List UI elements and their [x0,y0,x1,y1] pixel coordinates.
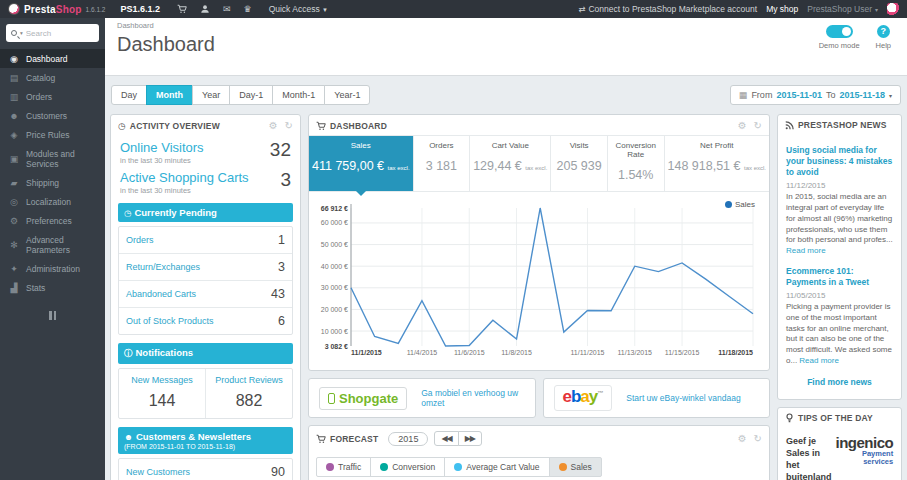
forecast-legend-sales[interactable]: Sales [549,457,602,477]
read-more-link[interactable]: Read more [786,246,826,255]
product-reviews-link[interactable]: Product Reviews [208,375,290,385]
chevron-down-icon: ▾ [889,92,892,99]
settings-gear-icon[interactable]: ⚙ [738,120,747,131]
kpi-net-profit[interactable]: Net Profit 148 918,51 € tax excl. [664,136,770,191]
sidebar-search[interactable]: ▾ [6,24,99,42]
range-day-1-button[interactable]: Day-1 [229,85,273,105]
forecast-legend-conversion[interactable]: Conversion [370,457,445,477]
messages-icon[interactable]: ✉ [223,4,231,14]
settings-gear-icon[interactable]: ⚙ [269,120,278,131]
user-avatar[interactable] [887,3,899,15]
svg-text:11/11/2015: 11/11/2015 [570,349,604,356]
kpi-visits[interactable]: Visits 205 939 [550,136,607,191]
sidebar-item-dashboard[interactable]: ◉Dashboard [0,49,105,68]
sidebar-item-modules[interactable]: ▣Modules and Services [0,144,105,173]
svg-text:11/6/2015: 11/6/2015 [454,349,485,356]
breadcrumb: Dashboard [117,21,895,30]
sidebar-item-administration[interactable]: ✦Administration [0,259,105,278]
calendar-icon: ▦ [739,90,748,100]
settings-gear-icon[interactable]: ⚙ [738,433,747,444]
sidebar-item-catalog[interactable]: ▤Catalog [0,68,105,87]
svg-text:11/13/2015: 11/13/2015 [618,349,653,356]
sidebar-collapse-button[interactable] [47,311,59,320]
tips-of-the-day-panel: TIPS OF THE DAY Geef je Sales in het bui… [777,407,902,480]
shipping-icon: ▰ [9,178,19,188]
search-icon [11,30,17,36]
search-scope-caret-icon[interactable]: ▾ [20,30,23,36]
help-icon[interactable]: ? [877,25,890,38]
ebay-logo: ebay™ [554,385,613,411]
cart-icon [316,434,326,444]
page-header: Dashboard Dashboard Demo mode ? Help [105,18,907,76]
refresh-icon[interactable]: ↻ [754,433,762,444]
kpi-row: Sales 411 759,00 € tax excl. Orders 3 18… [309,135,769,192]
my-shop-link[interactable]: My shop [766,4,798,14]
tips-headline: Geef je Sales in het buitenland een Boos… [786,435,831,480]
customer-icon[interactable] [200,4,210,14]
prestashop-logo[interactable]: PrestaShop 1.6.1.2 [8,3,105,15]
forecast-legend-traffic[interactable]: Traffic [316,457,371,477]
range-month-button[interactable]: Month [146,85,193,105]
sidebar-item-stats[interactable]: ▟Stats [0,278,105,297]
forecast-legend-average-cart-value[interactable]: Average Cart Value [444,457,549,477]
range-year-button[interactable]: Year [192,85,230,105]
svg-text:60 000 €: 60 000 € [321,219,348,226]
sidebar: ▾ ◉Dashboard ▤Catalog ▥Orders ☻Customers… [0,18,105,480]
cart-icon[interactable] [177,4,187,14]
range-year-1-button[interactable]: Year-1 [324,85,370,105]
sidebar-item-price-rules[interactable]: ◈Price Rules [0,125,105,144]
kpi-cart-value[interactable]: Cart Value 129,44 € tax excl. [469,136,550,191]
shopgate-banner[interactable]: Shopgate Ga mobiel en verhoog uw omzet [308,378,536,418]
active-carts-stat: Active Shopping Carts in the last 30 min… [118,165,293,195]
refresh-icon[interactable]: ↻ [285,120,293,131]
find-more-news-link[interactable]: Find more news [786,377,893,387]
lightbulb-icon [785,413,794,423]
chart-legend[interactable]: Sales [725,200,755,209]
ebay-link[interactable]: Start uw eBay-winkel vandaag [626,393,740,403]
kpi-sales[interactable]: Sales 411 759,00 € tax excl. [309,136,413,191]
rewind-icon[interactable]: ◀◀ [434,431,458,446]
dashboard-icon: ◉ [9,54,19,64]
kpi-conversion-rate[interactable]: Conversion Rate 1.54% [607,136,664,191]
news-article-link[interactable]: Ecommerce 101: Payments in a Tweet [786,266,893,288]
quick-access-menu[interactable]: Quick Access ▼ [269,4,328,14]
refresh-icon[interactable]: ↻ [754,120,762,131]
demo-mode-toggle[interactable] [826,25,853,38]
ebay-banner[interactable]: ebay™ Start uw eBay-winkel vandaag [543,378,771,418]
new-messages-cell: New Messages 144 [119,369,205,418]
sidebar-item-customers[interactable]: ☻Customers [0,106,105,125]
shopgate-link[interactable]: Ga mobiel en verhoog uw omzet [421,388,524,408]
orders-icon: ▥ [9,92,19,102]
sidebar-item-preferences[interactable]: ⚙Preferences [0,211,105,230]
demo-mode-label: Demo mode [819,41,860,50]
sidebar-item-localization[interactable]: ◎Localization [0,192,105,211]
kpi-orders[interactable]: Orders 3 181 [413,136,470,191]
forward-icon[interactable]: ▶▶ [458,431,482,446]
currently-pending-header: ◷Currently Pending [118,203,293,222]
modules-icon: ▣ [9,154,19,164]
activity-panel-title: ACTIVITY OVERVIEW [130,121,220,131]
sidebar-item-shipping[interactable]: ▰Shipping [0,173,105,192]
main-content: Dashboard Dashboard Demo mode ? Help Day… [105,18,907,480]
online-visitors-link[interactable]: Online Visitors [120,140,204,155]
new-messages-link[interactable]: New Messages [121,375,203,385]
sidebar-item-orders[interactable]: ▥Orders [0,87,105,106]
forecast-year-selector[interactable]: 2015 [388,432,428,446]
marketplace-connect-link[interactable]: ⇄Connect to PrestaShop Marketplace accou… [578,4,757,14]
phone-icon [328,393,335,404]
sidebar-item-advanced-parameters[interactable]: ✻Advanced Parameters [0,230,105,259]
trophy-icon[interactable]: ♛ [244,4,252,14]
range-month-1-button[interactable]: Month-1 [272,85,325,105]
date-range-picker[interactable]: ▦ From2015-11-01 To2015-11-18 ▾ [730,85,901,105]
date-range-toolbar: Day Month Year Day-1 Month-1 Year-1 ▦ Fr… [105,76,907,107]
user-menu[interactable]: PrestaShop User ▾ [807,4,878,14]
active-carts-link[interactable]: Active Shopping Carts [120,170,249,185]
chevron-down-icon: ▼ [322,7,328,13]
ingenico-logo: ingenico Payment services [835,435,893,480]
news-article: Using social media for your business: 4 … [786,145,893,257]
read-more-link[interactable]: Read more [799,356,839,365]
search-input[interactable] [26,29,94,38]
rss-icon [785,121,794,130]
news-article-link[interactable]: Using social media for your business: 4 … [786,145,893,178]
range-day-button[interactable]: Day [111,85,147,105]
